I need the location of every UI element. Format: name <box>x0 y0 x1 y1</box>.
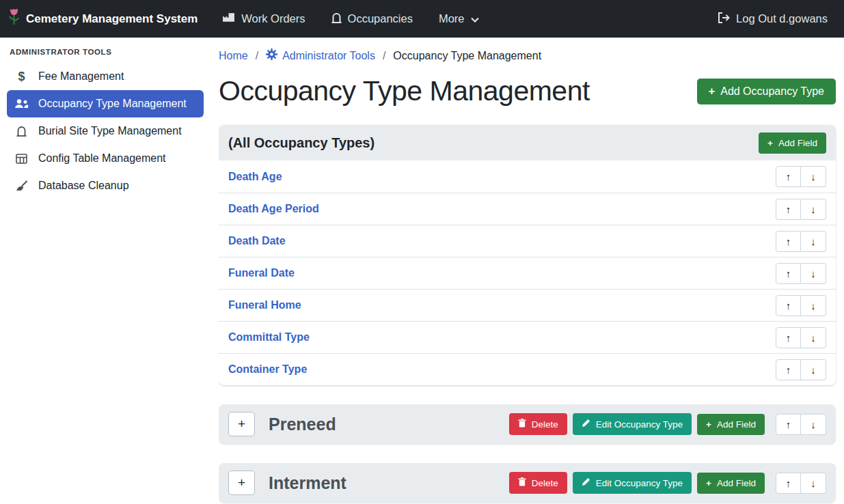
move-up-button[interactable]: ↑ <box>776 263 801 284</box>
table-icon <box>14 154 29 164</box>
arrow-down-icon: ↓ <box>811 268 816 279</box>
title-row: Occupancy Type Management + Add Occupanc… <box>219 75 836 107</box>
sidebar-item-config-table-management[interactable]: Config Table Management <box>0 145 210 172</box>
field-link[interactable]: Death Age Period <box>228 203 319 215</box>
expand-button[interactable]: + <box>228 471 255 495</box>
move-down-button[interactable]: ↓ <box>801 263 826 284</box>
table-row: Committal Type ↑ ↓ <box>219 321 836 353</box>
plus-icon: + <box>238 417 245 432</box>
section-title: Interment <box>269 473 346 493</box>
move-up-button[interactable]: ↑ <box>776 199 801 220</box>
move-up-button[interactable]: ↑ <box>776 473 801 494</box>
reorder-buttons: ↑ ↓ <box>776 473 826 494</box>
move-up-button[interactable]: ↑ <box>776 327 801 348</box>
delete-button[interactable]: Delete <box>509 472 567 494</box>
expand-button[interactable]: + <box>228 412 255 436</box>
move-down-button[interactable]: ↓ <box>801 473 826 494</box>
move-down-button[interactable]: ↓ <box>801 359 826 380</box>
main-content: Home / Administrator Tools / Occupancy T… <box>219 38 844 504</box>
move-down-button[interactable]: ↓ <box>801 414 826 435</box>
field-link[interactable]: Funeral Date <box>228 267 295 279</box>
add-occupancy-type-button[interactable]: + Add Occupancy Type <box>697 79 836 104</box>
plus-icon: + <box>238 475 245 490</box>
nav-item-label: Work Orders <box>241 12 305 25</box>
tombstone-icon <box>14 126 29 137</box>
move-up-button[interactable]: ↑ <box>776 166 801 187</box>
move-up-button[interactable]: ↑ <box>776 295 801 316</box>
move-down-button[interactable]: ↓ <box>801 199 826 220</box>
sidebar-item-label: Occupancy Type Management <box>38 98 187 110</box>
add-field-label: Add Field <box>778 138 817 148</box>
sidebar-item-burial-site-type-management[interactable]: Burial Site Type Management <box>0 117 210 145</box>
sidebar-item-label: Fee Management <box>38 70 124 83</box>
sidebar-item-label: Config Table Management <box>38 152 166 165</box>
nav-item-more[interactable]: More <box>439 12 479 25</box>
reorder-buttons: ↑ ↓ <box>776 231 826 252</box>
arrow-up-icon: ↑ <box>786 171 791 182</box>
edit-label: Edit Occupancy Type <box>596 478 683 488</box>
edit-occupancy-type-button[interactable]: Edit Occupancy Type <box>573 472 692 494</box>
arrow-up-icon: ↑ <box>786 268 791 279</box>
sidebar-item-fee-management[interactable]: $ Fee Management <box>0 63 210 90</box>
sidebar-item-occupancy-type-management[interactable]: Occupancy Type Management <box>7 90 204 117</box>
table-row: Funeral Home ↑ ↓ <box>219 289 836 321</box>
add-field-button[interactable]: + Add Field <box>759 132 826 154</box>
sidebar-item-database-cleanup[interactable]: Database Cleanup <box>0 172 210 199</box>
move-up-button[interactable]: ↑ <box>776 414 801 435</box>
add-field-button[interactable]: + Add Field <box>697 414 765 435</box>
table-row: Funeral Date ↑ ↓ <box>219 257 836 289</box>
reorder-buttons: ↑ ↓ <box>776 295 826 316</box>
field-link[interactable]: Funeral Home <box>228 299 301 311</box>
section-preneed: + Preneed Delete Edit Occupancy Type + A… <box>219 404 836 444</box>
field-link[interactable]: Container Type <box>228 363 307 376</box>
trash-icon <box>518 419 526 430</box>
arrow-up-icon: ↑ <box>786 300 791 311</box>
table-row: Death Age Period ↑ ↓ <box>219 193 836 225</box>
reorder-buttons: ↑ ↓ <box>776 414 826 435</box>
sidebar-header: Administrator Tools <box>0 42 210 63</box>
section-title: Preneed <box>269 415 336 434</box>
flower-logo-icon <box>8 8 20 29</box>
table-row: Death Date ↑ ↓ <box>219 225 836 257</box>
arrow-down-icon: ↓ <box>811 171 816 182</box>
breadcrumb-home-label: Home <box>219 50 248 62</box>
table-row: Death Age ↑ ↓ <box>219 160 836 193</box>
move-up-button[interactable]: ↑ <box>776 231 801 252</box>
move-down-button[interactable]: ↓ <box>801 327 826 348</box>
move-down-button[interactable]: ↓ <box>801 295 826 316</box>
delete-button[interactable]: Delete <box>509 413 567 435</box>
sidebar: Administrator Tools $ Fee Management Occ… <box>0 38 210 504</box>
move-down-button[interactable]: ↓ <box>801 166 826 187</box>
logout-label: Log Out d.gowans <box>736 12 828 25</box>
field-link[interactable]: Committal Type <box>228 331 310 344</box>
arrow-down-icon: ↓ <box>811 364 816 376</box>
move-down-button[interactable]: ↓ <box>801 231 826 252</box>
edit-occupancy-type-button[interactable]: Edit Occupancy Type <box>573 413 692 435</box>
reorder-buttons: ↑ ↓ <box>776 359 826 380</box>
field-link[interactable]: Death Date <box>228 235 286 247</box>
edit-label: Edit Occupancy Type <box>596 419 683 430</box>
add-field-button[interactable]: + Add Field <box>697 473 765 494</box>
arrow-up-icon: ↑ <box>786 364 791 376</box>
pencil-icon <box>582 477 590 488</box>
breadcrumb-home-link[interactable]: Home <box>219 50 248 62</box>
logout-button[interactable]: Log Out d.gowans <box>718 12 828 26</box>
breadcrumb-admin-tools-link[interactable]: Administrator Tools <box>266 48 375 63</box>
sidebar-item-label: Database Cleanup <box>38 180 129 192</box>
all-occupancy-types-header: (All Occupancy Types) + Add Field <box>219 125 836 160</box>
nav-item-occupancies[interactable]: Occupancies <box>331 12 413 26</box>
section-actions: Delete Edit Occupancy Type + Add Field ↑… <box>509 413 826 435</box>
breadcrumb: Home / Administrator Tools / Occupancy T… <box>219 48 836 63</box>
plus-icon: + <box>767 138 773 148</box>
delete-label: Delete <box>532 419 558 430</box>
plus-icon: + <box>706 478 711 488</box>
field-link[interactable]: Death Age <box>228 171 282 183</box>
dollar-icon: $ <box>14 70 29 84</box>
nav-item-work-orders[interactable]: Work Orders <box>222 12 305 25</box>
app-brand[interactable]: Cemetery Management System <box>8 8 198 29</box>
app-title: Cemetery Management System <box>26 12 198 26</box>
users-icon <box>14 99 29 109</box>
move-up-button[interactable]: ↑ <box>776 359 801 380</box>
arrow-up-icon: ↑ <box>786 419 791 430</box>
reorder-buttons: ↑ ↓ <box>776 199 826 220</box>
